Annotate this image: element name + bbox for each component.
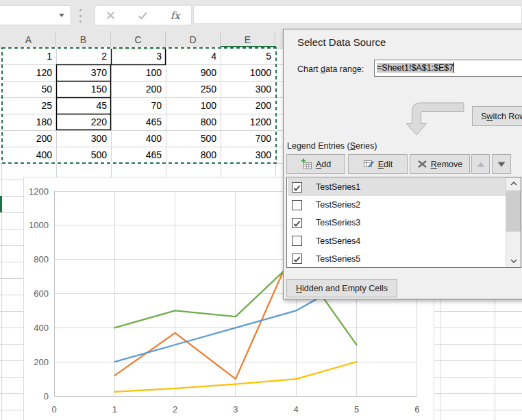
text-caret (453, 62, 454, 73)
add-icon (301, 158, 312, 170)
svg-text:6: 6 (414, 404, 419, 415)
checkbox-unchecked[interactable] (292, 200, 302, 210)
chart-data-range-input[interactable]: =Sheet1!$A$1:$E$7 (374, 60, 522, 77)
svg-text:400: 400 (34, 323, 49, 333)
series-name-label: TestSeries5 (316, 254, 360, 264)
legend-entries-label: Legend Entries (Series) (287, 141, 377, 151)
legend-entries-list: TestSeries5TestSeries4TestSeries3TestSer… (286, 177, 521, 268)
series-row-TestSeries4[interactable]: TestSeries4 (288, 232, 506, 250)
checkbox-checked[interactable] (292, 218, 302, 228)
swap-direction-arrow-icon (401, 101, 464, 138)
chevron-up-icon (510, 182, 517, 186)
svg-text:0: 0 (44, 391, 49, 402)
checkbox-checked[interactable] (292, 254, 302, 264)
active-cell-indicator (0, 196, 2, 212)
series-name-label: TestSeries2 (316, 200, 360, 210)
series-name-label: TestSeries1 (316, 182, 360, 192)
svg-text:4: 4 (294, 404, 299, 415)
series-row-TestSeries2[interactable]: TestSeries2 (288, 196, 506, 214)
chevron-down-icon (510, 259, 517, 263)
dialog-title: Select Data Source (297, 36, 386, 48)
series-row-TestSeries5[interactable]: TestSeries5 (288, 250, 506, 268)
remove-icon (417, 159, 427, 169)
svg-text:1: 1 (112, 404, 117, 415)
svg-text:5: 5 (354, 404, 359, 415)
excel-window: fx ABCDEF 123451203701009001000501502002… (0, 0, 522, 420)
check-icon (293, 184, 301, 193)
select-data-source-dialog: Select Data Source Chart data range: =Sh… (283, 29, 522, 299)
selected-range-text: =Sheet1!$A$1:$E$7 (377, 63, 453, 73)
series-row-TestSeries1[interactable]: TestSeries1 (288, 178, 506, 196)
remove-series-button[interactable]: Remove (410, 154, 470, 174)
list-scrollbar[interactable] (506, 177, 521, 267)
svg-text:2: 2 (173, 404, 177, 415)
hidden-and-empty-cells-button[interactable]: Hidden and Empty Cells (286, 279, 397, 297)
svg-text:600: 600 (34, 288, 49, 299)
svg-text:200: 200 (34, 357, 49, 367)
scroll-up-button[interactable] (506, 177, 521, 190)
svg-text:3: 3 (233, 404, 238, 415)
down-arrow-icon (497, 162, 506, 167)
scroll-down-button[interactable] (506, 255, 521, 267)
checkbox-unchecked[interactable] (292, 236, 302, 246)
svg-text:800: 800 (34, 254, 49, 264)
scrollbar-thumb[interactable] (506, 190, 521, 232)
edit-series-button[interactable]: Edit (348, 154, 408, 174)
check-icon (293, 255, 301, 264)
check-icon (293, 219, 301, 228)
switch-row-column-button[interactable]: Switch Row/Column (472, 106, 522, 126)
series-name-label: TestSeries3 (316, 218, 360, 227)
move-series-up-button[interactable] (471, 154, 490, 174)
series-name-label: TestSeries4 (316, 236, 360, 246)
svg-text:1200: 1200 (29, 186, 49, 197)
chart-data-range-label: Chart data range: (297, 64, 364, 74)
svg-text:0: 0 (51, 404, 56, 415)
up-arrow-icon (477, 162, 485, 167)
add-series-button[interactable]: Add (286, 154, 345, 174)
checkbox-checked[interactable] (292, 182, 302, 193)
edit-icon (363, 158, 375, 170)
svg-text:1000: 1000 (29, 220, 49, 230)
series-row-TestSeries3[interactable]: TestSeries3 (288, 214, 506, 232)
move-series-down-button[interactable] (492, 154, 511, 174)
